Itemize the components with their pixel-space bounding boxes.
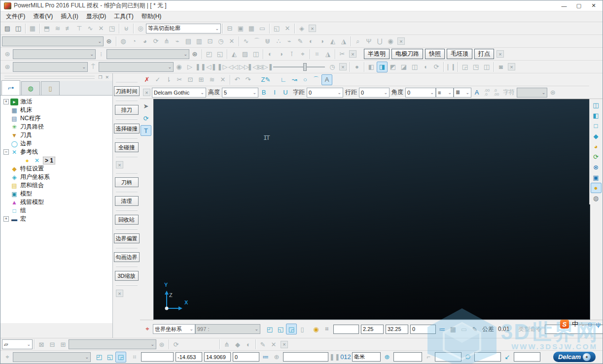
close-toolbar-icon[interactable]: ×: [116, 161, 123, 168]
underline-icon[interactable]: U: [280, 87, 291, 98]
tangent-arrow-icon[interactable]: ↙: [502, 352, 513, 363]
boundary-offset-button[interactable]: 边界偏置: [114, 233, 140, 243]
explorer-tab[interactable]: ⌐•: [1, 80, 20, 95]
close-toolbar-icon[interactable]: ×: [497, 50, 504, 58]
arrow-curve-icon[interactable]: ↝: [289, 74, 300, 85]
z-height-pen-icon[interactable]: Z✎: [260, 74, 271, 85]
tree-item-levels-sets[interactable]: ▤层和组合: [2, 181, 112, 190]
axis-curve-icon[interactable]: ⌁: [284, 36, 295, 47]
tree-item-stock-models[interactable]: ▲残留模型: [2, 198, 112, 206]
accept-icon[interactable]: ✓: [152, 74, 163, 85]
links-icon[interactable]: ⋓: [262, 36, 273, 47]
block-top-icon[interactable]: ◰: [204, 49, 214, 60]
fan-icon[interactable]: ◉: [385, 36, 396, 47]
arc-draw-icon[interactable]: ⌒: [311, 74, 321, 85]
simulate-icon[interactable]: ▣: [235, 23, 246, 34]
semi-transparent-button[interactable]: 半透明: [364, 49, 390, 59]
sim-leaf-icon[interactable]: ⊛: [2, 62, 13, 72]
print-icon[interactable]: ▦: [27, 23, 38, 34]
menu-insert[interactable]: 插入(I): [57, 11, 82, 22]
coordinate-system-dropdown[interactable]: 世界坐标系⌄: [153, 324, 195, 334]
cursor-y-field[interactable]: 14.9069: [204, 352, 231, 362]
grid-toggle-icon[interactable]: ⌗: [321, 324, 332, 334]
sim-tool-icon[interactable]: ⍑: [88, 62, 99, 72]
rainbow-icon[interactable]: ◖: [420, 62, 431, 72]
toolbar-gripper[interactable]: [116, 285, 138, 286]
exit-bars-icon[interactable]: ❘❙: [445, 62, 456, 72]
diameter-icon[interactable]: ∅: [462, 352, 473, 363]
z-block-icon[interactable]: ◲: [286, 324, 297, 334]
save-sim-icon[interactable]: ◫: [481, 62, 492, 72]
toolpath-strategies-icon[interactable]: ◎: [135, 23, 146, 34]
character-dropdown[interactable]: ⌄: [517, 88, 547, 98]
frame-view-icon[interactable]: ▣: [591, 172, 602, 183]
block-icon[interactable]: ⬒: [41, 23, 52, 34]
sim-toolpath-dropdown[interactable]: ⌄: [13, 62, 88, 72]
cleanup-button[interactable]: 清理: [115, 196, 139, 206]
refresh-sim-icon[interactable]: ⟳: [431, 62, 442, 72]
save-small-icon[interactable]: ◫: [250, 49, 261, 60]
y-block-icon[interactable]: ◱: [275, 324, 286, 334]
dot-mark-button[interactable]: 打点: [474, 49, 494, 59]
panel-grip[interactable]: [4, 76, 95, 79]
grid2-icon[interactable]: ⌗: [129, 352, 140, 363]
close-toolbar-icon[interactable]: ×: [281, 341, 288, 348]
erase-icon[interactable]: ≋: [207, 74, 217, 85]
probe-pencil-icon[interactable]: ✎: [469, 324, 480, 334]
rewind-icon[interactable]: ◁◁: [228, 62, 239, 72]
z-coordinate-field[interactable]: 0: [410, 325, 436, 334]
connector-icon[interactable]: ⁝: [96, 49, 106, 60]
pencil-icon[interactable]: ✎: [257, 339, 268, 350]
close-toolbar-icon[interactable]: ×: [349, 50, 356, 58]
shade1-icon[interactable]: ◩: [388, 62, 398, 72]
delete-icon[interactable]: ✗: [142, 74, 152, 85]
cone-icon[interactable]: ◭: [327, 36, 338, 47]
tree-item-groups[interactable]: □组: [2, 206, 112, 215]
shaded-cube-icon[interactable]: ◆: [591, 131, 602, 141]
viewmill-off-icon[interactable]: ◧: [366, 62, 377, 72]
close-toolbar-icon[interactable]: ×: [143, 89, 150, 96]
redo-icon[interactable]: ↷: [243, 74, 253, 85]
height-dropdown[interactable]: 5⌄: [222, 88, 258, 98]
iso-view-icon[interactable]: ◫: [591, 100, 602, 110]
all-collision-button[interactable]: 全碰撞: [115, 142, 139, 152]
shaded-ball-icon[interactable]: ●: [591, 183, 602, 193]
polyline-icon[interactable]: ∟: [278, 74, 289, 85]
mound2-icon[interactable]: ◮: [322, 49, 333, 60]
pick-mode-dropdown[interactable]: ▱⌄: [2, 339, 33, 349]
globe-view-icon[interactable]: ◍: [591, 193, 602, 203]
pages-icon[interactable]: ❚❚: [329, 352, 340, 363]
pick-curve-icon[interactable]: ⋔: [221, 339, 232, 350]
cursor-select-icon[interactable]: ➤: [141, 100, 151, 111]
ruler-box-icon[interactable]: ▭: [459, 324, 469, 334]
align-dropdown[interactable]: ≡⌄: [436, 88, 454, 98]
tree-item-macros[interactable]: +▬宏: [2, 215, 112, 223]
workplane-dropdown[interactable]: ⌄: [13, 352, 91, 362]
tree-expander-icon[interactable]: −: [3, 149, 9, 155]
cut-icon[interactable]: ✂: [174, 74, 185, 85]
tree-item-models[interactable]: ▣模型: [2, 190, 112, 198]
glove-icon[interactable]: ◐: [306, 36, 317, 47]
tree-item-feature-sets[interactable]: ◆特征设置: [2, 165, 112, 173]
tangent-field[interactable]: [514, 352, 540, 362]
pause-icon[interactable]: ❚❚: [195, 62, 206, 72]
simulate-entity-icon[interactable]: ◍: [118, 36, 129, 47]
stock-icon[interactable]: ◭: [229, 49, 240, 60]
units-field[interactable]: 毫米: [352, 352, 381, 362]
punctuation-icon[interactable]: ’,: [581, 322, 584, 327]
split-icon[interactable]: ⊟: [47, 339, 58, 350]
tool-start-point-icon[interactable]: ⊤: [74, 23, 85, 34]
holder-button[interactable]: 刀柄: [115, 177, 139, 187]
sogou-input-icon[interactable]: S: [560, 320, 569, 329]
scissors-icon[interactable]: ✂: [337, 49, 348, 60]
stock-top-button[interactable]: 毛坯顶: [447, 49, 472, 59]
tree-item-patterns[interactable]: −✕参考线: [2, 148, 112, 156]
toolbar-gripper[interactable]: [116, 266, 138, 267]
toolbar-gripper[interactable]: [116, 247, 138, 248]
y-view-icon[interactable]: ◱: [105, 352, 115, 363]
grid-icon[interactable]: ⌗: [312, 49, 322, 60]
toolbar-gripper[interactable]: [116, 81, 138, 82]
mound-icon[interactable]: ◮: [338, 36, 349, 47]
go-end-icon[interactable]: ▷▷❚: [260, 62, 271, 72]
monitor1-icon[interactable]: ◲: [460, 62, 470, 72]
